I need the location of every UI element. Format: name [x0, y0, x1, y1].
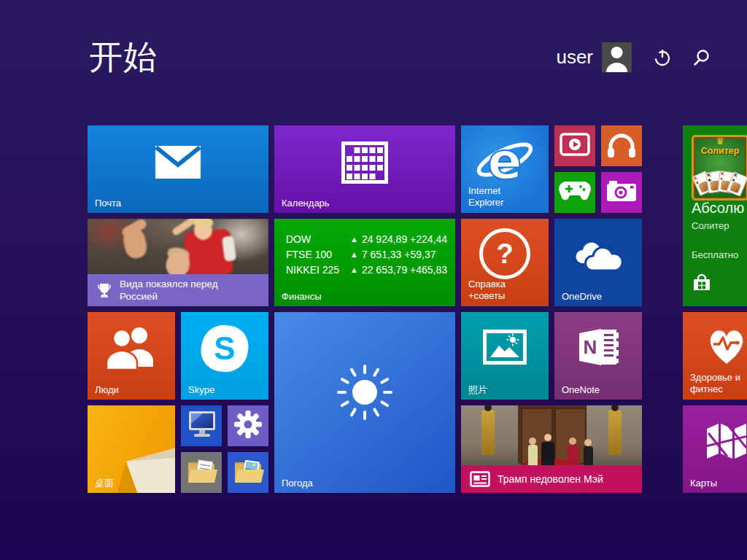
internet-explorer-logo-icon: e: [473, 132, 536, 192]
camera-icon: [606, 179, 637, 206]
headphones-icon: [606, 131, 637, 161]
up-arrow-icon: ▲: [350, 247, 358, 262]
tile-this-pc[interactable]: [181, 405, 222, 446]
stock-row: DOW ▲ 24 924,89 +224,44: [286, 232, 447, 247]
tile-mail[interactable]: Почта: [88, 125, 268, 213]
start-screen: 开始 user Поч: [0, 0, 747, 560]
stock-row: FTSE 100 ▲ 7 651,33 +59,37: [286, 247, 447, 262]
tile-label: 照片: [468, 384, 487, 395]
tile-label: Справка +советы: [468, 279, 506, 302]
trophy-icon: [96, 282, 112, 298]
page-title: 开始: [89, 35, 158, 80]
tile-label: OneDrive: [562, 291, 602, 302]
tile-finance[interactable]: DOW ▲ 24 924,89 +224,44 FTSE 100 ▲ 7 651…: [274, 219, 455, 306]
app-subtitle: Солитер: [692, 220, 729, 231]
tile-label: Internet Explorer: [468, 185, 503, 209]
tile-documents-folder[interactable]: [181, 452, 222, 493]
user-silhouette-icon: [602, 42, 632, 72]
power-button[interactable]: [654, 49, 671, 66]
tile-calendar[interactable]: Календарь: [274, 125, 455, 213]
sun-icon: [334, 362, 395, 426]
store-bag-icon: [692, 271, 712, 295]
up-arrow-icon: ▲: [350, 262, 358, 278]
svg-text:e: e: [487, 132, 522, 189]
tile-label: Skype: [188, 384, 214, 395]
tile-label: 桌面: [95, 478, 114, 489]
solitaire-artwork: ♛ Солитер K♥ K♣ K♦ K♠: [692, 135, 747, 201]
tile-label: Календарь: [282, 198, 330, 209]
news-headline: Вида покаялся перед Россией: [120, 278, 218, 303]
onedrive-cloud-icon: [569, 234, 627, 276]
gear-icon: [233, 409, 263, 443]
tile-pictures-folder[interactable]: [228, 452, 268, 493]
folder-pictures-icon: [232, 456, 264, 489]
tile-internet-explorer[interactable]: e Internet Explorer: [461, 125, 549, 213]
search-button[interactable]: [693, 49, 711, 66]
tile-settings[interactable]: [228, 405, 268, 446]
up-arrow-icon: ▲: [350, 232, 358, 247]
calendar-icon: [341, 141, 388, 187]
tile-health-fitness[interactable]: Здоровье и фитнес: [683, 312, 747, 400]
mail-envelope-icon: [155, 145, 201, 183]
crown-icon: ♛: [716, 136, 724, 146]
app-price: Бесплатно: [692, 249, 738, 260]
tile-games[interactable]: [554, 172, 595, 213]
user-name[interactable]: user: [556, 46, 593, 69]
tile-desktop[interactable]: 桌面: [88, 405, 175, 493]
app-title: Абсолю: [692, 200, 744, 217]
tile-camera[interactable]: [601, 172, 642, 213]
tile-onenote[interactable]: N OneNote: [554, 312, 642, 400]
tile-label: Люди: [95, 384, 119, 395]
tile-label: Здоровье и фитнес: [690, 372, 740, 395]
tile-maps[interactable]: Карты: [683, 405, 747, 493]
stock-row: NIKKEI 225 ▲ 22 653,79 +465,83: [286, 262, 447, 278]
tile-label: OneNote: [562, 384, 600, 395]
svg-text:N: N: [584, 336, 597, 358]
skype-logo-icon: S: [201, 325, 248, 372]
user-area: user: [556, 42, 711, 72]
stock-quotes: DOW ▲ 24 924,89 +224,44 FTSE 100 ▲ 7 651…: [286, 232, 447, 278]
heart-pulse-icon: [703, 324, 747, 370]
tile-weather[interactable]: Погода: [274, 312, 455, 493]
tile-store-solitaire[interactable]: ♛ Солитер K♥ K♣ K♦ K♠ Абсолю Солитер Бес…: [683, 125, 747, 306]
tile-label: Почта: [95, 198, 121, 209]
tile-help-tips[interactable]: ? Справка +советы: [461, 219, 549, 306]
tile-world-news[interactable]: Трамп недоволен Мэй: [461, 405, 642, 493]
game-controller-icon: [558, 180, 592, 205]
tile-skype[interactable]: S Skype: [181, 312, 268, 400]
tile-music[interactable]: [601, 125, 642, 166]
power-icon: [654, 49, 671, 66]
folder-documents-icon: [185, 456, 217, 489]
news-banner: Трамп недоволен Мэй: [461, 465, 642, 493]
tile-label: Финансы: [282, 291, 322, 302]
onenote-logo-icon: N: [576, 327, 620, 370]
newspaper-icon: [470, 471, 490, 487]
tile-onedrive[interactable]: OneDrive: [554, 219, 642, 306]
question-mark-icon: ?: [479, 228, 530, 279]
map-icon: [705, 421, 747, 462]
news-banner: Вида покаялся перед Россией: [88, 274, 268, 306]
tile-people[interactable]: Люди: [88, 312, 175, 400]
tile-label: Карты: [690, 478, 717, 489]
people-icon: [105, 324, 158, 373]
news-headline: Трамп недоволен Мэй: [498, 473, 603, 486]
photo-frame-icon: [483, 330, 527, 368]
search-icon: [693, 49, 711, 66]
tile-video[interactable]: [554, 125, 595, 166]
tile-label: Погода: [282, 478, 313, 489]
video-player-icon: [560, 133, 590, 159]
tile-sports-news[interactable]: Вида покаялся перед Россией: [88, 219, 268, 306]
avatar[interactable]: [602, 42, 632, 72]
computer-monitor-icon: [185, 410, 217, 442]
tile-photos[interactable]: 照片: [461, 312, 549, 400]
